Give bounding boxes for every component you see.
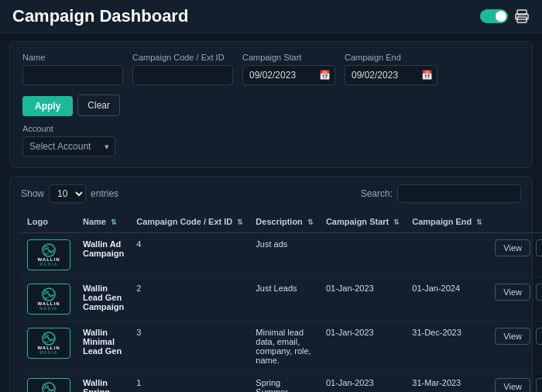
name-sort-icon: ⇅	[111, 218, 117, 226]
view-button[interactable]: View	[495, 328, 530, 345]
filter-actions: Apply Clear	[22, 95, 120, 116]
start-sort-icon: ⇅	[393, 218, 400, 226]
name-cell: Wallin Lead Gen Campaign	[77, 277, 130, 322]
actions-cell: View Manage	[489, 322, 542, 372]
print-icon[interactable]	[514, 9, 530, 24]
filter-panel: Name Campaign Code / Ext ID Campaign Sta…	[9, 41, 533, 168]
header-row: Logo Name ⇅ Campaign Code / Ext ID ⇅ Des…	[21, 211, 542, 233]
search-input[interactable]	[397, 184, 521, 203]
start-date-wrap: 📅	[242, 65, 335, 85]
header-icons	[480, 9, 530, 24]
description-cell: Spring Summer engagement and lead genera…	[249, 372, 320, 393]
end-date-wrap: 📅	[345, 65, 437, 85]
table-row: WALLIN MEDIA Wallin Spring Summer Campai…	[21, 372, 542, 393]
end-date-filter-group: Campaign End 📅	[345, 53, 437, 85]
col-actions	[489, 211, 542, 233]
filter-row-1: Name Campaign Code / Ext ID Campaign Sta…	[22, 53, 520, 116]
end-cell: 31-Dec-2023	[406, 322, 489, 372]
start-cell: 01-Jan-2023	[320, 372, 406, 393]
logo-cell: WALLIN MEDIA	[21, 233, 77, 277]
filter-row-2: Account Select Account	[22, 124, 520, 156]
account-select-wrap: Select Account	[22, 136, 115, 156]
table-row: WALLIN MEDIA Wallin Ad Campaign4Just ads…	[21, 233, 542, 277]
end-cell: 31-Mar-2023	[406, 372, 489, 393]
actions-cell: View Manage	[489, 233, 542, 277]
svg-point-7	[43, 383, 55, 392]
account-select[interactable]: Select Account	[22, 136, 115, 156]
col-start[interactable]: Campaign Start ⇅	[320, 211, 406, 233]
account-label: Account	[22, 124, 115, 133]
name-cell: Wallin Spring Summer Campaign	[77, 372, 130, 393]
table-section: Show 10 25 50 entries Search: Logo Name …	[9, 176, 533, 392]
logo-box: WALLIN MEDIA	[27, 284, 70, 315]
col-logo: Logo	[21, 211, 77, 233]
logo-box: WALLIN MEDIA	[27, 239, 70, 270]
entries-label: entries	[91, 188, 118, 199]
logo-box: WALLIN MEDIA	[27, 378, 70, 392]
wallin-logo-icon	[38, 332, 60, 346]
col-code[interactable]: Campaign Code / Ext ID ⇅	[130, 211, 249, 233]
name-filter-group: Name	[22, 53, 123, 85]
show-entries: Show 10 25 50 entries	[21, 184, 118, 203]
theme-toggle[interactable]	[480, 9, 508, 23]
manage-button[interactable]: Manage	[536, 378, 542, 392]
start-date-input[interactable]	[242, 65, 335, 85]
svg-point-3	[518, 16, 520, 18]
name-cell: Wallin Ad Campaign	[77, 233, 130, 277]
logo-box: WALLIN MEDIA	[27, 328, 70, 359]
description-cell: Just ads	[249, 233, 320, 277]
description-cell: Minimal lead data, email, company, role,…	[249, 322, 320, 372]
logo-text-media: MEDIA	[38, 351, 60, 356]
end-date-label: Campaign End	[345, 53, 437, 62]
logo-cell: WALLIN MEDIA	[21, 277, 77, 322]
start-cell: 01-Jan-2023	[320, 277, 406, 322]
logo-cell: WALLIN MEDIA	[21, 322, 77, 372]
entries-select[interactable]: 10 25 50	[49, 184, 86, 203]
name-input[interactable]	[22, 65, 123, 85]
table-controls: Show 10 25 50 entries Search:	[21, 184, 521, 203]
code-sort-icon: ⇅	[237, 218, 243, 226]
table-row: WALLIN MEDIA Wallin Minimal Lead Gen3Min…	[21, 322, 542, 372]
header: Campaign Dashboard	[0, 0, 542, 33]
apply-button[interactable]: Apply	[22, 96, 73, 116]
code-cell: 3	[130, 322, 249, 372]
search-wrap: Search:	[361, 184, 521, 203]
campaigns-table: Logo Name ⇅ Campaign Code / Ext ID ⇅ Des…	[21, 211, 542, 392]
wallin-logo-icon	[38, 287, 60, 301]
start-cell	[320, 233, 406, 277]
manage-button[interactable]: Manage	[536, 328, 542, 345]
logo-text-media: MEDIA	[38, 263, 60, 267]
start-date-filter-group: Campaign Start 📅	[242, 53, 335, 85]
start-date-label: Campaign Start	[242, 53, 335, 62]
code-input[interactable]	[132, 65, 233, 85]
table-body: WALLIN MEDIA Wallin Ad Campaign4Just ads…	[21, 233, 542, 393]
table-header: Logo Name ⇅ Campaign Code / Ext ID ⇅ Des…	[21, 211, 542, 233]
search-label: Search:	[361, 188, 393, 199]
manage-button[interactable]: Manage	[536, 284, 542, 301]
end-sort-icon: ⇅	[476, 218, 482, 226]
wallin-logo-icon	[38, 382, 60, 392]
show-label: Show	[21, 188, 44, 199]
account-filter-group: Account Select Account	[22, 124, 115, 156]
page-title: Campaign Dashboard	[12, 6, 188, 26]
view-button[interactable]: View	[495, 239, 530, 256]
col-end[interactable]: Campaign End ⇅	[406, 211, 489, 233]
manage-button[interactable]: Manage	[536, 239, 542, 256]
col-name[interactable]: Name ⇅	[77, 211, 130, 233]
code-cell: 4	[130, 233, 249, 277]
view-button[interactable]: View	[495, 378, 530, 392]
name-label: Name	[22, 53, 123, 62]
end-date-input[interactable]	[345, 65, 437, 85]
code-label: Campaign Code / Ext ID	[132, 53, 233, 62]
desc-sort-icon: ⇅	[307, 218, 314, 226]
view-button[interactable]: View	[495, 284, 530, 301]
wallin-logo-icon	[38, 243, 60, 257]
name-cell: Wallin Minimal Lead Gen	[77, 322, 130, 372]
code-cell: 2	[130, 277, 249, 322]
description-cell: Just Leads	[249, 277, 320, 322]
clear-button[interactable]: Clear	[77, 95, 120, 116]
code-filter-group: Campaign Code / Ext ID	[132, 53, 233, 85]
col-description[interactable]: Description ⇅	[249, 211, 320, 233]
end-cell: 01-Jan-2024	[406, 277, 489, 322]
logo-text-media: MEDIA	[38, 307, 60, 311]
